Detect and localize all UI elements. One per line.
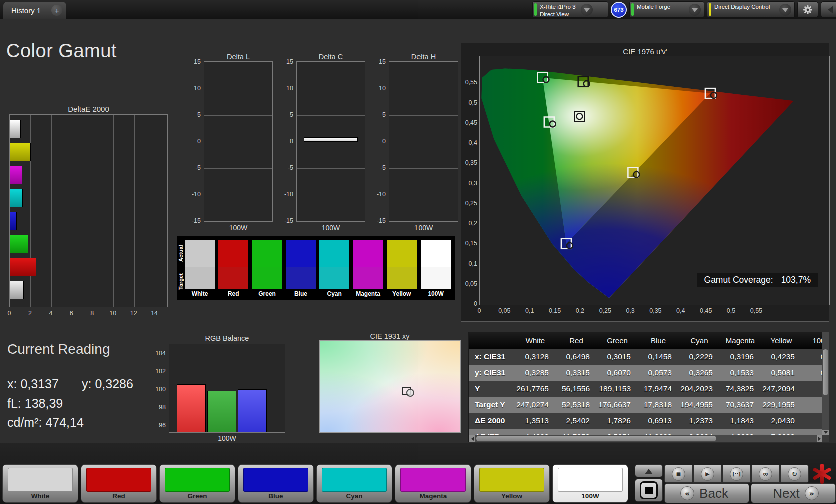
cie-x-tick-label: 0,15 xyxy=(549,307,561,314)
delta-chart-title: Delta L xyxy=(204,53,273,61)
cie-x-tick-label: 0,05 xyxy=(498,307,510,314)
vertical-scroll-thumb[interactable] xyxy=(823,349,828,395)
delta-chart-plot xyxy=(204,61,273,222)
table-row: Y261,776556,1556189,115317,9474204,20237… xyxy=(469,381,829,397)
delta-chart-x-label: 100W xyxy=(204,224,273,232)
cie-y-tick-label: 0,25 xyxy=(462,200,477,207)
add-tab-button[interactable]: + xyxy=(51,5,62,16)
display-control-dropdown[interactable]: Direct Display Control xyxy=(707,1,795,18)
table-column-header: Red xyxy=(556,336,597,345)
meter-dropdown[interactable]: X-Rite i1Pro 3Direct View xyxy=(532,1,608,18)
deltae-bar-yellow xyxy=(10,143,31,161)
history-tab-label: History 1 xyxy=(11,6,41,15)
pattern-swatch xyxy=(400,468,466,492)
swatch-cyan: Cyan xyxy=(319,240,349,297)
window-pattern-button[interactable] xyxy=(635,479,663,502)
delta-gridline xyxy=(204,142,272,142)
cie-x-tick-label: 0,55 xyxy=(750,307,762,314)
table-cell: 74,3825 xyxy=(720,384,761,393)
table-cell: 0,6913 xyxy=(638,416,679,425)
table-cell: 261,7765 xyxy=(515,384,556,393)
swatch-label: 100W xyxy=(421,290,451,297)
horizontal-scroll-thumb[interactable] xyxy=(476,436,716,441)
delta-gridline xyxy=(389,115,458,116)
xrite-logo-icon xyxy=(811,463,832,485)
delta-y-tick-label: -10 xyxy=(184,191,201,198)
pattern-button-label: Blue xyxy=(238,492,313,500)
cie-y-tick-label: 0,35 xyxy=(462,159,477,166)
pattern-button-cyan[interactable]: Cyan xyxy=(316,464,392,503)
delta-gridline xyxy=(297,89,365,89)
cie-x-tick-label: 0,1 xyxy=(525,307,534,314)
rgb-y-tick-label: 104 xyxy=(151,350,166,357)
reading-x-value: x: 0,3137 xyxy=(7,377,59,391)
rgb-bar-red xyxy=(177,384,206,432)
expand-controls-button[interactable] xyxy=(635,464,663,477)
pattern-swatch xyxy=(165,468,230,492)
pattern-button-green[interactable]: Green xyxy=(159,464,235,503)
delta-gridline xyxy=(297,195,365,195)
delta-chart-x-label: 100W xyxy=(296,224,365,232)
table-horizontal-scrollbar[interactable] xyxy=(469,435,823,442)
delta-gridline xyxy=(204,115,272,116)
swatch-actual xyxy=(387,240,417,267)
continuous-measure-button[interactable]: ∞ xyxy=(751,465,780,483)
table-vertical-scrollbar[interactable] xyxy=(822,332,829,436)
table-row: Target Y247,027452,5318176,663717,831819… xyxy=(469,397,829,413)
next-button[interactable]: Next » xyxy=(751,483,836,503)
swatch-actual xyxy=(286,240,316,267)
table-cell: 0,5081 xyxy=(761,368,802,377)
refresh-measure-button[interactable]: ↻ xyxy=(780,465,809,483)
swatch-actual xyxy=(319,240,349,267)
pattern-button-white[interactable]: White xyxy=(2,464,78,503)
delta-y-tick-label: 10 xyxy=(369,85,386,92)
swatch-magenta: Magenta xyxy=(353,240,383,297)
chevron-down-icon xyxy=(779,4,791,16)
source-dropdown[interactable]: Mobile Forge xyxy=(629,1,704,18)
pattern-button-red[interactable]: Red xyxy=(81,464,157,503)
swatch-white: White xyxy=(185,240,215,297)
reading-fl-value: fL: 138,39 xyxy=(7,396,63,411)
deltae-bar-red xyxy=(10,258,36,276)
pattern-button-label: 100W xyxy=(553,492,628,500)
cie-x-tick-label: 0,2 xyxy=(576,307,584,314)
table-cell: 247,2094 xyxy=(761,384,802,393)
cie-x-tick-label: 0,35 xyxy=(649,307,661,314)
table-cell: 0,3196 xyxy=(720,352,761,361)
cie1931-title: CIE 1931 xy xyxy=(319,332,461,340)
cie-y-tick-label: 0 xyxy=(462,300,477,307)
table-cell: 194,4955 xyxy=(679,400,720,409)
back-button[interactable]: « Back xyxy=(664,483,749,503)
single-measure-button[interactable]: [··] xyxy=(722,465,751,483)
pattern-button-100w[interactable]: 100W xyxy=(552,464,628,503)
table-column-header: Magenta xyxy=(720,336,761,345)
swatch-patch xyxy=(218,240,248,289)
swatch-target xyxy=(252,267,282,289)
cie-y-tick-label: 0,2 xyxy=(462,220,477,227)
table-header-row: WhiteRedGreenBlueCyanMagentaYellow100W xyxy=(469,332,829,349)
cie-y-tick-label: 0,55 xyxy=(462,79,477,86)
table-row-label: ΔE 2000 xyxy=(469,416,515,425)
rgb-balance-x-label: 100W xyxy=(169,434,285,442)
history-tab[interactable]: History 1 + xyxy=(3,2,66,19)
source-dropdown-label: Mobile Forge xyxy=(637,3,670,11)
rgb-y-tick-label: 96 xyxy=(151,422,166,429)
table-cell: 0,4235 xyxy=(761,352,802,361)
delta-y-tick-label: -5 xyxy=(184,164,201,171)
measure-button[interactable]: ▶ xyxy=(693,465,722,483)
pattern-button-yellow[interactable]: Yellow xyxy=(474,464,550,503)
delta-y-tick-label: 10 xyxy=(276,85,293,92)
collapse-panel-button[interactable] xyxy=(821,1,836,18)
table-cell: 1,1843 xyxy=(720,416,761,425)
delta-chart-x-label: 100W xyxy=(389,224,458,232)
cie1976-diagram xyxy=(479,56,830,305)
meter-count-badge: 673 xyxy=(611,2,627,18)
delta-gridline xyxy=(204,89,272,89)
delta-gridline xyxy=(204,195,272,195)
deltae-gridline xyxy=(155,115,155,307)
stop-measure-button[interactable]: ■ xyxy=(664,465,693,483)
settings-button[interactable] xyxy=(797,1,818,18)
scroll-left-button[interactable] xyxy=(469,435,475,442)
pattern-button-blue[interactable]: Blue xyxy=(238,464,314,503)
pattern-button-magenta[interactable]: Magenta xyxy=(395,464,471,503)
